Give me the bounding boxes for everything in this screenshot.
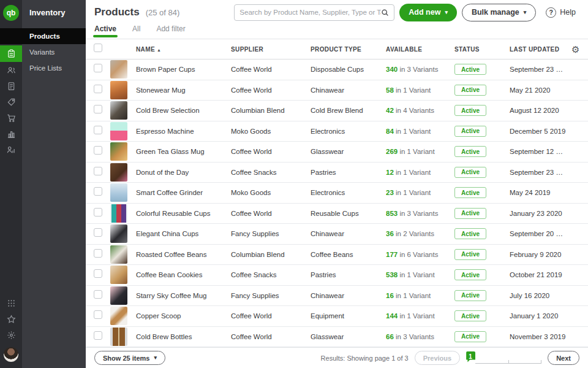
available-quantity: 42 [386,107,394,114]
bar-chart-icon[interactable] [0,126,22,142]
table-row[interactable]: Starry Sky Coffee Mug Fancy Supplies Chi… [86,286,588,307]
column-header-supplier[interactable]: SUPPLIER [231,46,311,53]
chevron-down-icon: ▾ [524,10,527,15]
row-checkbox[interactable] [94,126,102,134]
row-checkbox[interactable] [94,64,102,72]
table-row[interactable]: Colorful Reusable Cups Coffee World Reus… [86,204,588,224]
table-row[interactable]: Roasted Coffee Beans Columbian Blend Cof… [86,245,588,266]
product-type: Coffee Beans [311,251,386,258]
product-thumbnail [110,307,127,325]
table-row[interactable]: Cold Brew Selection Columbian Blend Cold… [86,101,588,121]
product-name: Roasted Coffee Beans [136,251,231,258]
status-badge: Active [454,146,486,157]
table-row[interactable]: Smart Coffee Grinder Moko Goods Electron… [86,183,588,204]
row-checkbox[interactable] [94,269,102,278]
variants-text: in 1 Variant [394,292,431,299]
document-icon[interactable] [0,78,22,94]
column-header-name[interactable]: NAME▲ [136,46,231,53]
quickbooks-logo-icon[interactable]: qb [3,5,19,21]
inventory-clipboard-icon[interactable] [0,45,22,62]
help-button[interactable]: ? Help [546,7,576,18]
product-available: 269 in 1 Variant [386,148,454,155]
nav-rail: qb [0,0,22,368]
product-type: Pastries [311,169,386,176]
product-available: 538 in 1 Variant [386,271,454,278]
cart-icon[interactable] [0,110,22,126]
row-checkbox[interactable] [94,228,102,237]
row-checkbox[interactable] [94,331,102,340]
product-available: 42 in 4 Variants [386,107,454,114]
sidebar-item-price-lists[interactable]: Price Lists [22,60,86,76]
reports-icon[interactable] [0,142,22,158]
sort-asc-icon: ▲ [157,48,161,52]
previous-button[interactable]: Previous [415,351,460,365]
tab-all[interactable]: All [132,25,140,36]
product-thumbnail [110,328,127,346]
product-name: Coffee Bean Cookies [136,271,231,278]
row-checkbox[interactable] [94,187,102,196]
current-page-marker[interactable]: 1 [466,351,475,362]
row-checkbox[interactable] [94,146,102,155]
product-last-updated: August 12 2020 [510,107,571,114]
column-header-status[interactable]: STATUS [454,46,510,53]
table-row[interactable]: Green Tea Glass Mug Coffee World Glasswe… [86,142,588,163]
page-slider-track[interactable] [475,356,541,364]
next-button[interactable]: Next [548,351,579,365]
row-checkbox[interactable] [94,208,102,217]
column-header-product-type[interactable]: PRODUCT TYPE [311,46,386,53]
table-row[interactable]: Espresso Machine Moko Goods Electronics … [86,121,588,142]
product-last-updated: October 21 2019 [510,271,571,278]
row-checkbox[interactable] [94,249,102,258]
product-available: 58 in 1 Variant [386,86,454,94]
tab-add-filter[interactable]: Add filter [156,25,185,36]
table-settings-gear-icon[interactable]: ⚙ [571,45,588,54]
table-row[interactable]: Copper Scoop Coffee World Equipment 144 … [86,306,588,327]
table-row[interactable]: Elegant China Cups Fancy Supplies Chinaw… [86,224,588,245]
product-status: Active [454,167,510,178]
search-input[interactable] [239,9,381,16]
product-type: Electronics [311,128,386,135]
user-avatar[interactable] [4,347,18,362]
variants-text: in 4 Variants [394,107,434,114]
show-items-button[interactable]: Show 25 items ▾ [94,351,165,365]
product-last-updated: January 1 2020 [510,312,571,320]
add-new-label: Add new [409,8,440,17]
apps-grid-icon[interactable] [0,295,22,311]
status-badge: Active [454,64,486,75]
contacts-icon[interactable] [0,62,22,78]
star-icon[interactable] [0,311,22,327]
table-row[interactable]: Coffee Bean Cookies Coffee Snacks Pastri… [86,265,588,286]
product-name: Starry Sky Coffee Mug [136,292,231,299]
table-row[interactable]: Brown Paper Cups Coffee World Disposable… [86,59,588,80]
settings-icon[interactable] [0,327,22,343]
row-checkbox[interactable] [94,85,102,93]
column-header-last-updated[interactable]: LAST UPDATED [510,46,571,53]
variants-text: in 1 Variant [398,271,435,278]
page-title: Products [94,6,140,18]
table-header: NAME▲ SUPPLIER PRODUCT TYPE AVAILABLE ST… [86,39,588,59]
table-row[interactable]: Donut of the Day Coffee Snacks Pastries … [86,163,588,183]
status-badge: Active [454,208,486,219]
row-checkbox[interactable] [94,310,102,319]
available-quantity: 269 [386,148,398,155]
sidebar-item-variants[interactable]: Variants [22,44,86,60]
price-tag-icon[interactable] [0,94,22,110]
product-supplier: Moko Goods [231,128,311,135]
bulk-manage-button[interactable]: Bulk manage ▾ [462,4,536,21]
table-row[interactable]: Cold Brew Bottles Coffee World Glasswear… [86,327,588,348]
product-status: Active [454,249,510,260]
row-checkbox[interactable] [94,290,102,299]
variants-text: in 2 Variants [394,230,434,237]
select-all-checkbox[interactable] [94,44,102,52]
row-checkbox[interactable] [94,167,102,175]
add-new-button[interactable]: Add new ▾ [399,4,457,21]
product-supplier: Columbian Blend [231,107,311,114]
help-label: Help [560,8,576,17]
tab-active[interactable]: Active [94,25,116,36]
sidebar-item-products[interactable]: Products [0,28,86,44]
column-header-available[interactable]: AVAILABLE [386,46,454,53]
table-row[interactable]: Stonewear Mug Coffee World Chinawear 58 … [86,80,588,101]
status-badge: Active [454,105,486,116]
product-type: Electronics [311,189,386,196]
row-checkbox[interactable] [94,105,102,113]
